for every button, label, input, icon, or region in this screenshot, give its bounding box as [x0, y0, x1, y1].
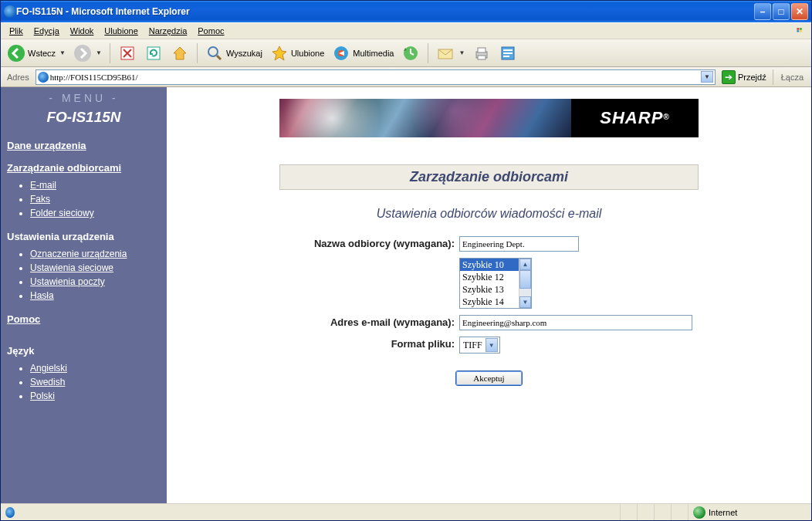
links-label[interactable]: Łącza [776, 73, 808, 82]
svg-rect-2 [797, 31, 799, 32]
close-button[interactable]: ✕ [791, 3, 808, 20]
sidebar-device-settings: Ustawienia urządzenia [7, 231, 161, 242]
menu-tools[interactable]: Narzędzia [144, 25, 193, 37]
menu-favorites[interactable]: Ulubione [99, 25, 143, 37]
scroll-down-icon[interactable]: ▼ [519, 296, 531, 308]
stop-icon [118, 44, 137, 63]
favorites-button[interactable]: Ulubione [267, 42, 327, 64]
sidebar-item-mail-settings[interactable]: Ustawienia poczty [30, 275, 161, 289]
sidebar-item-email[interactable]: E-mail [30, 178, 161, 192]
go-button[interactable]: ➔ Przejdź [719, 69, 770, 85]
recipient-name-input[interactable] [459, 236, 579, 252]
email-address-input[interactable] [459, 315, 692, 330]
minimize-button[interactable]: – [754, 3, 771, 20]
scrollbar[interactable]: ▲ ▼ [519, 259, 531, 308]
sidebar-item-lang-polish[interactable]: Polski [30, 389, 161, 403]
svg-point-5 [74, 45, 91, 62]
file-format-value: TIFF [463, 340, 482, 351]
scroll-thumb[interactable] [519, 270, 531, 289]
svg-rect-20 [503, 56, 509, 57]
sidebar-item-device-label[interactable]: Oznaczenie urządzenia [30, 247, 161, 261]
svg-point-8 [208, 47, 218, 56]
sidebar-help[interactable]: Pomoc [7, 313, 161, 325]
main-content: SHARP® Zarządzanie odbiorcami Ustawienia… [167, 87, 811, 503]
svg-rect-0 [797, 29, 799, 30]
sidebar-recipients-management[interactable]: Zarządzanie odbiorcami [7, 162, 161, 174]
sidebar-model: FO-IS115N [7, 109, 161, 126]
menu-help[interactable]: Pomoc [192, 25, 229, 37]
media-button[interactable]: Multimedia [329, 42, 397, 64]
sidebar-device-data[interactable]: Dane urządzenia [7, 140, 161, 151]
chevron-down-icon: ▼ [59, 49, 66, 56]
sidebar-item-lang-english[interactable]: Angielski [30, 361, 161, 375]
window-titlebar: FO-IS115N - Microsoft Internet Explorer … [1, 1, 811, 22]
sidebar-item-lang-swedish[interactable]: Swedish [30, 375, 161, 389]
address-box[interactable]: ▼ [36, 69, 716, 85]
quick-dial-listbox[interactable]: Szybkie 10 Szybkie 12 Szybkie 13 Szybkie… [459, 258, 532, 309]
star-icon [270, 44, 289, 63]
label-file-format: Format pliku: [286, 337, 459, 350]
sidebar-language: Język [7, 345, 161, 357]
accept-button[interactable]: Akceptuj [455, 370, 522, 386]
address-dropdown-icon[interactable]: ▼ [701, 71, 713, 83]
menu-edit[interactable]: Edycja [29, 25, 65, 37]
page-icon [38, 72, 49, 83]
sidebar-item-network-settings[interactable]: Ustawienia sieciowe [30, 261, 161, 275]
address-bar: Adres ▼ ➔ Przejdź Łącza [1, 67, 811, 87]
address-input[interactable] [49, 73, 699, 82]
search-label: Wyszukaj [226, 49, 262, 58]
menu-view[interactable]: Widok [65, 25, 100, 37]
menu-bar: Plik Edycja Widok Ulubione Narzędzia Pom… [1, 22, 811, 39]
section-title: Zarządzanie odbiorcami [279, 164, 699, 190]
brand-logo: SHARP® [571, 99, 699, 137]
svg-rect-7 [147, 47, 160, 59]
windows-flag-icon [791, 24, 808, 38]
status-bar: Internet [1, 503, 811, 520]
media-icon [332, 44, 350, 63]
chevron-down-icon: ▼ [96, 49, 102, 56]
ie-icon [5, 507, 15, 518]
menu-file[interactable]: Plik [4, 25, 29, 37]
sidebar-item-fax[interactable]: Faks [30, 192, 161, 206]
svg-point-4 [8, 45, 25, 62]
file-format-select[interactable]: TIFF ▼ [459, 337, 500, 354]
chevron-down-icon: ▼ [458, 49, 465, 56]
back-button[interactable]: Wstecz ▼ [4, 42, 69, 64]
mail-button[interactable]: ▼ [433, 42, 468, 64]
go-label: Przejdź [738, 73, 766, 82]
refresh-button[interactable] [141, 42, 166, 64]
svg-rect-3 [800, 31, 802, 32]
label-recipient-name: Nazwa odbiorcy (wymagana): [286, 236, 459, 249]
chevron-down-icon: ▼ [486, 338, 498, 352]
history-icon [401, 44, 420, 63]
home-button[interactable] [167, 42, 192, 64]
back-arrow-icon [7, 44, 25, 63]
sidebar-item-network-folder[interactable]: Folder sieciowy [30, 206, 161, 220]
window-title: FO-IS115N - Microsoft Internet Explorer [16, 6, 754, 17]
forward-button[interactable]: ▼ [70, 42, 105, 64]
scroll-up-icon[interactable]: ▲ [519, 259, 531, 270]
refresh-icon [144, 44, 163, 63]
address-label: Adres [4, 73, 32, 82]
home-icon [171, 44, 189, 63]
history-button[interactable] [398, 42, 423, 64]
back-label: Wstecz [28, 49, 56, 58]
toolbar: Wstecz ▼ ▼ Wyszukaj Ulubione Multimedia … [1, 39, 811, 67]
banner-graphic [279, 99, 571, 137]
edit-button[interactable] [496, 42, 520, 64]
brand-banner: SHARP® [279, 99, 699, 137]
svg-rect-18 [503, 49, 513, 51]
forward-arrow-icon [73, 44, 92, 63]
sidebar-item-passwords[interactable]: Hasła [30, 289, 161, 303]
stop-button[interactable] [115, 42, 140, 64]
svg-rect-1 [800, 29, 802, 30]
media-label: Multimedia [353, 49, 394, 58]
print-button[interactable] [469, 42, 494, 64]
maximize-button[interactable]: □ [773, 3, 790, 20]
svg-rect-19 [503, 52, 513, 54]
security-zone: Internet [709, 508, 737, 517]
search-button[interactable]: Wyszukaj [202, 42, 266, 64]
mail-icon [436, 44, 455, 63]
search-icon [205, 44, 224, 63]
edit-icon [499, 44, 517, 63]
